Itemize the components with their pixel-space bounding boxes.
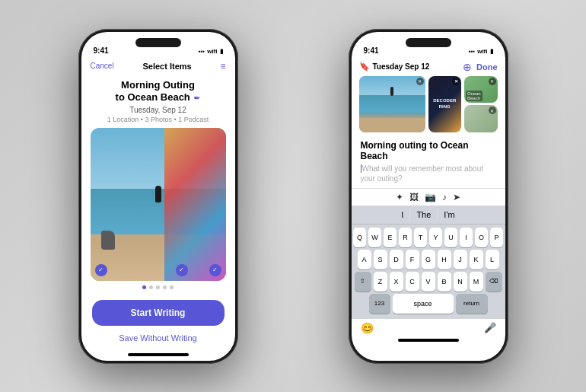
thumb-figure — [390, 87, 393, 96]
beach-figure — [155, 186, 161, 202]
key-h[interactable]: H — [438, 250, 451, 269]
key-x[interactable]: X — [390, 272, 403, 292]
key-u[interactable]: U — [444, 228, 457, 247]
wand-icon[interactable]: ✦ — [396, 192, 403, 202]
dot-5[interactable] — [170, 285, 174, 289]
time-2: 9:41 — [364, 46, 379, 55]
signal-icon: ▪▪▪ — [199, 48, 205, 55]
journal-prompt: What will you remember most about your o… — [361, 164, 496, 183]
check-badge-1[interactable]: ✓ — [95, 264, 107, 276]
photo-carousel[interactable]: ✓ ✓ ✓ — [91, 128, 226, 280]
nav-bar-2: 🔖 Tuesday Sep 12 ⊕ Done — [352, 58, 505, 76]
status-icons-1: ▪▪▪ wifi ▮ — [199, 48, 223, 55]
photo-overlay — [164, 128, 225, 280]
photo-thumb-shell[interactable]: ✕ — [464, 105, 498, 132]
done-button[interactable]: Done — [476, 62, 498, 72]
dynamic-island-1 — [135, 38, 181, 47]
more-button[interactable]: ⊕ — [463, 61, 472, 73]
photos-grid: ✕ DECODERRING ✕ OceanBeach ✕ ✕ — [352, 76, 505, 137]
toolbar-bar: ✦ 🖼 📷 ♪ ➤ — [352, 188, 505, 206]
check-badge-2[interactable]: ✓ — [176, 264, 188, 276]
camera-icon[interactable]: 📷 — [425, 192, 436, 202]
photo-thumb-ocean[interactable]: OceanBeach ✕ — [464, 76, 498, 104]
emoji-button[interactable]: 😊 — [361, 322, 374, 334]
key-j[interactable]: J — [454, 250, 467, 269]
keyboard-row-3: ⇧ Z X C V B N M ⌫ — [355, 272, 502, 292]
word-sug-3[interactable]: I'm — [438, 209, 460, 221]
word-sug-2[interactable]: The — [410, 209, 438, 221]
save-without-writing-button[interactable]: Save Without Writing — [92, 330, 225, 346]
action-buttons: Start Writing Save Without Writing — [81, 294, 235, 353]
key-z[interactable]: Z — [374, 272, 387, 292]
home-indicator-2 — [398, 339, 459, 342]
mic-button[interactable]: 🎤 — [484, 322, 496, 333]
dot-2[interactable] — [149, 285, 153, 289]
key-g[interactable]: G — [422, 250, 435, 269]
battery-icon: ▮ — [220, 48, 223, 55]
dot-1[interactable] — [142, 285, 146, 289]
return-key[interactable]: return — [456, 294, 488, 314]
key-e[interactable]: E — [384, 228, 397, 247]
dot-3[interactable] — [156, 285, 160, 289]
photo-thumb-beach[interactable]: ✕ — [359, 76, 425, 132]
entry-meta: 1 Location • 3 Photos • 1 Podcast — [94, 116, 223, 123]
edit-icon[interactable]: ✏ — [194, 94, 200, 102]
key-c[interactable]: C — [406, 272, 419, 292]
key-t[interactable]: T — [414, 228, 427, 247]
key-b[interactable]: B — [438, 272, 451, 292]
journal-text-area[interactable]: Morning outing to Ocean Beach What will … — [352, 137, 505, 188]
phone-2: 9:41 ▪▪▪ wifi ▮ 🔖 Tuesday Sep 12 ⊕ Done — [349, 29, 508, 364]
key-f[interactable]: F — [406, 250, 419, 269]
photo-thumb-close-2[interactable]: ✕ — [452, 78, 460, 85]
dot-4[interactable] — [163, 285, 167, 289]
text-cursor — [361, 164, 361, 173]
key-s[interactable]: S — [374, 250, 387, 269]
entry-date: Tuesday, Sep 12 — [94, 106, 223, 114]
key-o[interactable]: O — [475, 228, 488, 247]
space-key[interactable]: space — [393, 294, 454, 314]
shift-key[interactable]: ⇧ — [355, 272, 371, 292]
key-d[interactable]: D — [390, 250, 403, 269]
start-writing-button[interactable]: Start Writing — [92, 300, 225, 326]
keyboard-row-4: 123 space return — [355, 294, 502, 314]
key-p[interactable]: P — [490, 228, 503, 247]
key-w[interactable]: W — [368, 228, 381, 247]
cancel-button[interactable]: Cancel — [91, 62, 114, 70]
delete-key[interactable]: ⌫ — [486, 272, 502, 292]
key-k[interactable]: K — [470, 250, 483, 269]
key-r[interactable]: R — [399, 228, 412, 247]
key-i[interactable]: I — [460, 228, 473, 247]
key-q[interactable]: Q — [353, 228, 366, 247]
nav2-date: Tuesday Sep 12 — [373, 62, 430, 71]
photo-thumb-close-1[interactable]: ✕ — [416, 78, 424, 85]
phone-1-screen: 9:41 ▪▪▪ wifi ▮ Cancel Select Items ≡ Mo… — [81, 32, 235, 361]
key-l[interactable]: L — [486, 250, 499, 269]
mic-icon[interactable]: ♪ — [442, 192, 447, 202]
key-a[interactable]: A — [358, 250, 371, 269]
word-suggestions: I The I'm — [352, 206, 505, 225]
key-y[interactable]: Y — [429, 228, 442, 247]
photo-thumb-close-3[interactable]: ✕ — [489, 78, 496, 85]
key-n[interactable]: N — [454, 272, 467, 292]
time-1: 9:41 — [94, 46, 109, 55]
thumb-stack: OceanBeach ✕ ✕ — [464, 76, 498, 132]
photo-icon[interactable]: 🖼 — [409, 192, 419, 202]
home-indicator-1 — [128, 353, 189, 356]
send-icon[interactable]: ➤ — [453, 192, 460, 202]
nav2-left-group: 🔖 Tuesday Sep 12 — [359, 62, 430, 72]
phone-1: 9:41 ▪▪▪ wifi ▮ Cancel Select Items ≡ Mo… — [78, 29, 238, 364]
dynamic-island-2 — [406, 38, 451, 47]
list-icon[interactable]: ≡ — [220, 61, 225, 72]
bottom-bar-2: 😊 🎤 — [352, 319, 505, 339]
check-badge-3[interactable]: ✓ — [209, 264, 221, 276]
word-sug-1[interactable]: I — [395, 209, 410, 221]
key-v[interactable]: V — [422, 272, 435, 292]
thumb-water — [359, 95, 425, 112]
photo-thumb-podcast[interactable]: DECODERRING ✕ — [428, 76, 462, 132]
bookmark-icon: 🔖 — [359, 62, 370, 72]
journal-title: Morning outing to Ocean Beach — [361, 140, 496, 161]
numbers-key[interactable]: 123 — [369, 294, 390, 314]
key-m[interactable]: M — [470, 272, 483, 292]
photo-thumb-close-4[interactable]: ✕ — [489, 107, 496, 114]
nav2-right-group: ⊕ Done — [463, 61, 498, 73]
